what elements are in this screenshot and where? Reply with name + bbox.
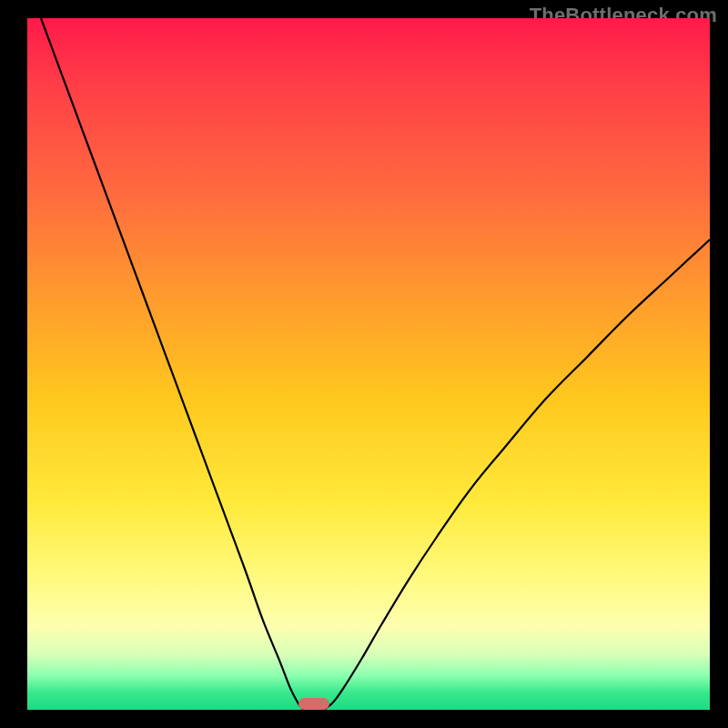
curve-right-branch bbox=[324, 239, 710, 710]
vertex-marker bbox=[298, 698, 329, 710]
curve-left-branch bbox=[41, 18, 305, 710]
chart-frame: TheBottleneck.com bbox=[0, 0, 728, 728]
plot-area bbox=[27, 18, 710, 710]
curve-layer bbox=[27, 18, 710, 710]
